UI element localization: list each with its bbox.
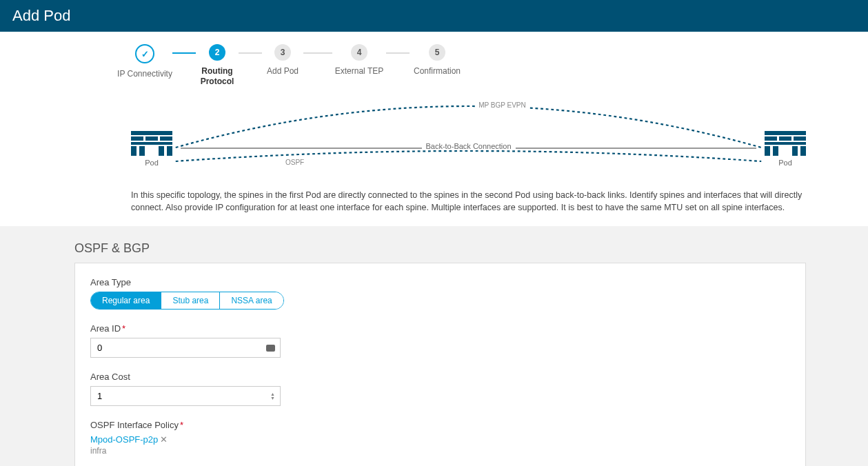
field-area-cost: Area Cost ▲▼: [90, 372, 790, 406]
svg-rect-2: [145, 136, 158, 141]
wizard-steps: IP Connectivity 2 Routing Protocol 3 Add…: [117, 44, 868, 87]
clear-policy-icon[interactable]: ✕: [160, 434, 168, 445]
ospf-label: OSPF: [283, 159, 307, 166]
area-type-regular[interactable]: Regular area: [91, 292, 161, 309]
svg-rect-17: [800, 146, 806, 156]
check-icon: [141, 49, 149, 59]
svg-rect-12: [794, 136, 806, 141]
topology-arcs: [172, 99, 765, 175]
keyboard-icon[interactable]: [266, 345, 275, 352]
step-confirmation[interactable]: 5 Confirmation: [410, 44, 465, 77]
section-title: OSPF & BGP: [74, 241, 806, 256]
stepper-icon[interactable]: ▲▼: [270, 392, 275, 401]
svg-rect-5: [131, 146, 137, 156]
area-id-input[interactable]: [96, 342, 266, 354]
switch-icon: [765, 131, 806, 156]
field-area-type: Area Type Regular area Stub area NSSA ar…: [90, 277, 790, 310]
required-mark: *: [180, 420, 183, 430]
svg-rect-6: [139, 146, 145, 156]
svg-rect-4: [131, 142, 172, 145]
area-type-stub[interactable]: Stub area: [161, 292, 219, 309]
svg-rect-16: [792, 146, 798, 156]
field-ospf-policy: OSPF Interface Policy* Mpod-OSPF-p2p✕ in…: [90, 420, 790, 456]
switch-icon: [131, 131, 172, 156]
step-connector: [386, 52, 410, 54]
field-area-id: Area ID*: [90, 323, 790, 358]
form-card: Area Type Regular area Stub area NSSA ar…: [74, 263, 806, 466]
topology-description: In this specific topology, the spines in…: [131, 189, 806, 214]
ospf-policy-link[interactable]: Mpod-OSPF-p2p: [90, 434, 158, 445]
svg-rect-15: [773, 146, 778, 156]
area-cost-input[interactable]: [96, 390, 270, 402]
svg-rect-10: [765, 136, 777, 141]
area-type-segment: Regular area Stub area NSSA area: [90, 292, 284, 310]
step-add-pod[interactable]: 3 Add Pod: [262, 44, 303, 77]
area-cost-input-wrap: ▲▼: [90, 386, 281, 406]
svg-rect-1: [131, 136, 143, 141]
step-connector: [172, 52, 196, 54]
topology-diagram: MP BGP EVPN Back-to-Back Connection OSPF…: [131, 99, 806, 182]
required-mark: *: [122, 323, 125, 334]
svg-rect-8: [167, 146, 172, 156]
step-connector: [303, 52, 332, 54]
ospf-policy-tenant: infra: [90, 446, 790, 456]
svg-rect-7: [159, 146, 164, 156]
page-header: Add Pod: [0, 0, 868, 32]
pod-right-icon: Pod: [765, 131, 806, 167]
svg-rect-14: [765, 146, 770, 156]
step-ip-connectivity[interactable]: IP Connectivity: [117, 44, 172, 79]
step-external-tep[interactable]: 4 External TEP: [332, 44, 386, 77]
step-routing-protocol[interactable]: 2 Routing Protocol: [196, 44, 239, 87]
evpn-label: MP BGP EVPN: [476, 101, 529, 109]
svg-rect-0: [131, 131, 172, 135]
svg-rect-9: [765, 131, 806, 135]
svg-rect-11: [779, 136, 791, 141]
svg-rect-13: [765, 142, 806, 145]
svg-rect-3: [160, 136, 172, 141]
page-title: Add Pod: [12, 7, 70, 24]
area-id-input-wrap: [90, 338, 281, 358]
form-section: OSPF & BGP Area Type Regular area Stub a…: [0, 226, 868, 466]
pod-left-icon: Pod: [131, 131, 172, 167]
area-type-nssa[interactable]: NSSA area: [219, 292, 283, 309]
connection-label: Back-to-Back Connection: [421, 142, 515, 150]
step-connector: [239, 52, 262, 54]
